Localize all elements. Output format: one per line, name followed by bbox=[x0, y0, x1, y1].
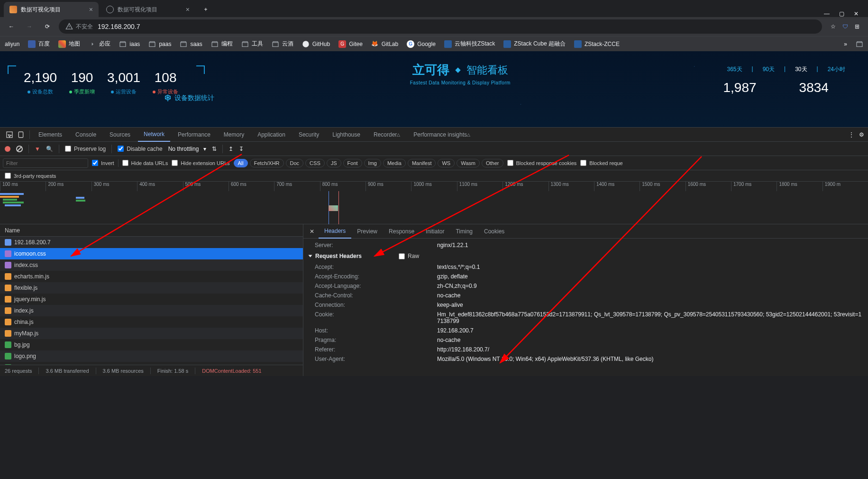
devtools-tab-console[interactable]: Console bbox=[70, 128, 102, 142]
filter-90[interactable]: 90天 bbox=[759, 65, 778, 74]
bookmark-item[interactable]: 云轴科技ZStack bbox=[444, 40, 495, 48]
extensions-icon[interactable]: ⊞ bbox=[855, 23, 859, 30]
bookmark-item[interactable]: 必应 bbox=[89, 40, 110, 48]
type-pill-all[interactable]: All bbox=[234, 159, 248, 167]
bookmark-overflow[interactable]: » bbox=[844, 41, 847, 47]
clear-button[interactable] bbox=[16, 146, 23, 152]
reload-button[interactable]: ⟳ bbox=[41, 20, 54, 33]
browser-tab-2[interactable]: 数据可视化项目 × bbox=[101, 2, 195, 17]
invert-checkbox[interactable]: Invert bbox=[92, 160, 114, 166]
request-row[interactable]: index.css bbox=[0, 259, 303, 271]
filter-input[interactable] bbox=[3, 158, 88, 168]
star-icon[interactable]: ☆ bbox=[831, 23, 836, 30]
network-timeline[interactable]: 100 ms200 ms300 ms400 ms500 ms600 ms700 … bbox=[0, 182, 868, 224]
bookmark-item[interactable]: saas bbox=[180, 40, 202, 48]
detail-tab-timing[interactable]: Timing bbox=[450, 224, 478, 239]
request-row[interactable]: 192.168.200.7 bbox=[0, 237, 303, 248]
type-pill-media[interactable]: Media bbox=[383, 159, 406, 167]
detail-tab-initiator[interactable]: Initiator bbox=[420, 224, 450, 239]
third-party-checkbox[interactable]: 3rd-party requests bbox=[5, 173, 56, 179]
type-pill-doc[interactable]: Doc bbox=[286, 159, 304, 167]
bookmark-item[interactable]: aliyun bbox=[5, 41, 19, 47]
wifi-icon[interactable]: ⇅ bbox=[212, 146, 217, 152]
detail-tab-headers[interactable]: Headers bbox=[319, 224, 351, 239]
request-row[interactable]: china.js bbox=[0, 316, 303, 328]
bookmark-item[interactable]: paas bbox=[148, 40, 171, 48]
upload-icon[interactable]: ↥ bbox=[228, 146, 233, 152]
browser-tab-1[interactable]: 数据可视化项目 × bbox=[4, 2, 99, 17]
forward-button[interactable]: → bbox=[23, 20, 36, 33]
disable-cache-checkbox[interactable]: Disable cache bbox=[118, 146, 162, 152]
type-pill-css[interactable]: CSS bbox=[305, 159, 325, 167]
filter-icon[interactable]: ▼ bbox=[35, 146, 40, 152]
devtools-tab-sources[interactable]: Sources bbox=[104, 128, 136, 142]
raw-checkbox[interactable]: Raw bbox=[399, 253, 419, 259]
close-icon[interactable]: × bbox=[186, 6, 190, 13]
preserve-log-checkbox[interactable]: Preserve log bbox=[65, 146, 106, 152]
devtools-tab-elements[interactable]: Elements bbox=[33, 128, 68, 142]
device-icon[interactable] bbox=[15, 129, 27, 140]
minimize-icon[interactable]: — bbox=[824, 10, 830, 17]
detail-tab-preview[interactable]: Preview bbox=[351, 224, 383, 239]
devtools-tab-lighthouse[interactable]: Lighthouse bbox=[327, 128, 366, 142]
bookmark-item[interactable]: ZStack-ZCCE bbox=[574, 40, 620, 48]
search-icon[interactable]: 🔍 bbox=[46, 146, 53, 152]
new-tab-button[interactable]: + bbox=[199, 3, 212, 16]
bookmark-item[interactable]: GGitee bbox=[338, 40, 363, 48]
close-detail-button[interactable]: ✕ bbox=[307, 227, 317, 236]
devtools-tab-recorder[interactable]: Recorder △ bbox=[368, 128, 406, 142]
bookmark-item[interactable]: 云酒 bbox=[272, 40, 293, 48]
request-headers-section[interactable]: Request Headers Raw bbox=[309, 250, 862, 262]
bookmark-item[interactable]: 编程 bbox=[211, 40, 233, 48]
request-row[interactable]: myMap.js bbox=[0, 328, 303, 339]
type-pill-js[interactable]: JS bbox=[327, 159, 341, 167]
request-row[interactable]: echarts.min.js bbox=[0, 271, 303, 282]
filter-30[interactable]: 30天 bbox=[791, 65, 811, 74]
devtools-tab-security[interactable]: Security bbox=[293, 128, 325, 142]
type-pill-ws[interactable]: WS bbox=[438, 159, 455, 167]
bookmark-item[interactable]: iaas bbox=[119, 40, 140, 48]
blocked-requests-checkbox[interactable]: Blocked reque bbox=[580, 160, 622, 166]
filter-365[interactable]: 365天 bbox=[723, 65, 746, 74]
settings-icon[interactable]: ⚙ bbox=[859, 131, 864, 138]
download-icon[interactable]: ↧ bbox=[239, 146, 244, 152]
bookmark-item[interactable]: 工具 bbox=[241, 40, 263, 48]
devtools-tab-network[interactable]: Network bbox=[138, 128, 170, 142]
type-pill-img[interactable]: Img bbox=[364, 159, 381, 167]
record-button[interactable] bbox=[5, 146, 10, 152]
shield-icon[interactable]: 🛡 bbox=[842, 23, 848, 30]
bookmark-item[interactable]: 🦊GitLab bbox=[371, 40, 398, 48]
throttle-select[interactable]: No throttling ▾ bbox=[168, 146, 207, 152]
type-pill-manifest[interactable]: Manifest bbox=[408, 159, 436, 167]
devtools-tab-application[interactable]: Application bbox=[252, 128, 291, 142]
bookmark-item[interactable]: GGoogle bbox=[407, 40, 436, 48]
request-row[interactable]: bg.jpg bbox=[0, 339, 303, 350]
hide-data-checkbox[interactable]: Hide data URLs bbox=[122, 160, 168, 166]
column-header[interactable]: Name bbox=[0, 224, 303, 237]
maximize-icon[interactable]: ▢ bbox=[839, 10, 844, 17]
bookmark-item[interactable]: ZStack Cube 超融合 bbox=[503, 40, 566, 48]
request-row[interactable]: flexible.js bbox=[0, 282, 303, 294]
devtools-tab-performance[interactable]: Performance bbox=[172, 128, 216, 142]
request-row[interactable]: icomoon.css bbox=[0, 248, 303, 259]
blocked-cookies-checkbox[interactable]: Blocked response cookies bbox=[507, 160, 577, 166]
type-pill-fetch-xhr[interactable]: Fetch/XHR bbox=[250, 159, 284, 167]
devtools-menu-icon[interactable]: ⋮ bbox=[849, 131, 854, 138]
hide-ext-checkbox[interactable]: Hide extension URLs bbox=[172, 160, 229, 166]
request-row[interactable]: jquery.min.js bbox=[0, 294, 303, 305]
close-icon[interactable]: × bbox=[89, 6, 93, 13]
bookmark-item[interactable]: 地图 bbox=[58, 40, 80, 48]
filter-24[interactable]: 24小时 bbox=[824, 65, 849, 74]
url-input[interactable]: 不安全 192.168.200.7 bbox=[59, 19, 822, 34]
bookmark-folder[interactable] bbox=[856, 40, 863, 48]
inspect-icon[interactable] bbox=[4, 129, 15, 140]
type-pill-wasm[interactable]: Wasm bbox=[457, 159, 480, 167]
bookmark-item[interactable]: 百度 bbox=[28, 40, 50, 48]
request-row[interactable]: logo.png bbox=[0, 350, 303, 362]
type-pill-other[interactable]: Other bbox=[482, 159, 503, 167]
request-row[interactable]: index.js bbox=[0, 305, 303, 316]
back-button[interactable]: ← bbox=[5, 20, 18, 33]
devtools-tab-performance-insights[interactable]: Performance insights △ bbox=[408, 128, 476, 142]
close-window-icon[interactable]: ✕ bbox=[854, 10, 859, 17]
security-indicator[interactable]: 不安全 bbox=[65, 23, 93, 31]
